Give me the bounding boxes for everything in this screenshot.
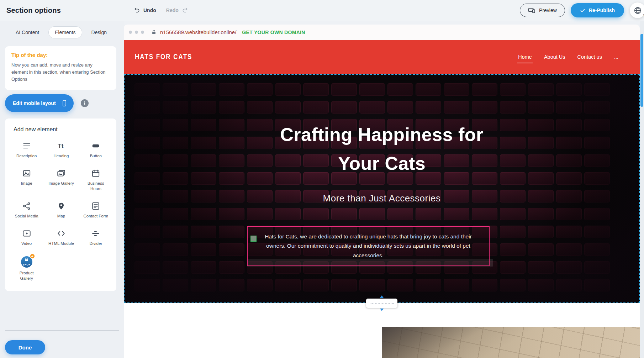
hero-paragraph: Hats for Cats, we are dedicated to craft… <box>259 232 477 260</box>
window-dot <box>135 31 138 34</box>
tab-ai-content[interactable]: AI Content <box>9 26 46 38</box>
info-icon[interactable]: i <box>81 99 89 107</box>
sidebar: AI Content Elements Design Tip of the da… <box>0 21 124 358</box>
site-canvas: n1566589.websitebuilder.online/ GET YOUR… <box>124 21 640 358</box>
hero-tile <box>528 208 554 220</box>
selected-text-element[interactable]: Hats for Cats, we are dedicated to craft… <box>247 226 490 266</box>
add-element-html-module[interactable]: HTML Module <box>44 223 78 251</box>
edit-mobile-layout-label: Edit mobile layout <box>13 100 56 106</box>
hero-tile <box>416 279 441 291</box>
devices-icon <box>528 7 535 14</box>
hero-tile <box>331 279 357 291</box>
hero-tile <box>134 101 160 114</box>
tab-design[interactable]: Design <box>85 26 114 38</box>
element-handle[interactable] <box>250 236 257 242</box>
social-media-icon <box>22 201 31 211</box>
site-logo[interactable]: HATS FOR CATS <box>135 53 192 61</box>
tab-elements[interactable]: Elements <box>48 26 82 38</box>
add-element-image[interactable]: Image <box>9 163 44 196</box>
hero-tile <box>556 261 582 274</box>
preview-button[interactable]: Preview <box>520 4 565 17</box>
add-element-contact-form[interactable]: Contact Form <box>79 196 113 223</box>
hero-tile <box>275 279 301 291</box>
hero-tile <box>134 261 160 274</box>
hero-tile <box>134 226 160 238</box>
add-element-social-media[interactable]: Social Media <box>9 196 44 223</box>
nav-contact-us[interactable]: Contact us <box>577 52 603 62</box>
hero-tile <box>387 83 413 96</box>
hero-tile <box>444 208 469 220</box>
republish-button[interactable]: Re-Publish <box>571 3 624 17</box>
hero-tile <box>247 208 273 220</box>
add-element-button[interactable]: Button <box>79 136 113 163</box>
add-element-divider[interactable]: Divider <box>79 223 113 251</box>
hero-tile <box>191 83 216 96</box>
hero-tile <box>359 101 385 114</box>
tip-of-the-day-card: Tip of the day: Now you can add, move an… <box>5 46 116 90</box>
add-element-business-hours[interactable]: Business Hours <box>79 163 113 196</box>
done-button[interactable]: Done <box>5 340 45 354</box>
language-globe-button[interactable]: ▾ <box>630 2 644 18</box>
hero-tile <box>500 208 526 220</box>
hero-heading[interactable]: Crafting Happiness for Your Cats <box>124 120 640 178</box>
hero-tile <box>556 279 582 291</box>
redo-button[interactable]: Redo <box>166 7 188 14</box>
hero-tile <box>556 243 582 256</box>
add-element-map[interactable]: Map <box>44 196 78 223</box>
hero-tile <box>528 261 554 274</box>
video-icon <box>22 228 31 238</box>
hero-tile <box>556 101 582 114</box>
get-domain-link[interactable]: GET YOUR OWN DOMAIN <box>242 30 305 35</box>
hero-tile <box>163 226 188 238</box>
map-pin-icon <box>57 201 66 211</box>
add-element-description[interactable]: Description <box>9 136 44 163</box>
hero-tile <box>584 83 610 96</box>
hero-tile <box>472 101 497 114</box>
hero-tile <box>219 208 244 220</box>
hero-tile <box>500 243 526 256</box>
add-element-video[interactable]: Video <box>9 223 44 251</box>
hero-section[interactable]: Crafting Happiness for Your Cats More th… <box>124 74 640 303</box>
arrow-up-icon <box>380 295 384 298</box>
heading-icon: Tt <box>57 141 66 151</box>
hero-tile <box>247 279 273 291</box>
hero-tile <box>219 226 244 238</box>
hero-tile <box>528 101 554 114</box>
hero-tile <box>134 83 160 96</box>
hero-tile <box>584 208 610 220</box>
hero-tile <box>331 83 357 96</box>
hero-subheading[interactable]: More than Just Accessories <box>124 193 640 204</box>
hero-tile <box>134 208 160 220</box>
hero-tile <box>134 243 160 256</box>
next-section[interactable] <box>124 322 640 358</box>
hero-tile <box>191 243 216 256</box>
nav-about-us[interactable]: About Us <box>543 52 566 62</box>
add-element-image-gallery[interactable]: Image Gallery <box>44 163 78 196</box>
hero-tile <box>219 101 244 114</box>
window-dot <box>129 31 132 34</box>
phone-icon <box>61 100 68 107</box>
scrollbar-thumb[interactable] <box>640 34 643 107</box>
window-dot <box>141 31 144 34</box>
add-element-product-gallery[interactable]: SHOP + Product Gallery <box>9 251 44 285</box>
sidebar-divider <box>5 330 119 331</box>
hero-tile <box>134 279 160 291</box>
hero-tile <box>556 83 582 96</box>
arrow-down-icon <box>380 309 384 311</box>
sidebar-tabs: AI Content Elements Design <box>0 21 124 38</box>
hero-tile <box>528 83 554 96</box>
nav-more[interactable]: ... <box>613 52 619 62</box>
top-actions: Preview Re-Publish ▾ <box>520 2 644 18</box>
image-gallery-icon <box>57 168 66 178</box>
add-element-heading[interactable]: Tt Heading <box>44 136 78 163</box>
undo-button[interactable]: Undo <box>134 7 156 14</box>
nav-home[interactable]: Home <box>517 52 533 62</box>
section-resize-handle[interactable] <box>366 299 397 308</box>
image-icon <box>22 168 31 178</box>
hero-tile <box>584 261 610 274</box>
hero-tile <box>528 279 554 291</box>
hero-tile <box>359 208 385 220</box>
tip-title: Tip of the day: <box>11 52 110 58</box>
hero-tile <box>500 101 526 114</box>
edit-mobile-layout-button[interactable]: Edit mobile layout <box>5 94 74 112</box>
